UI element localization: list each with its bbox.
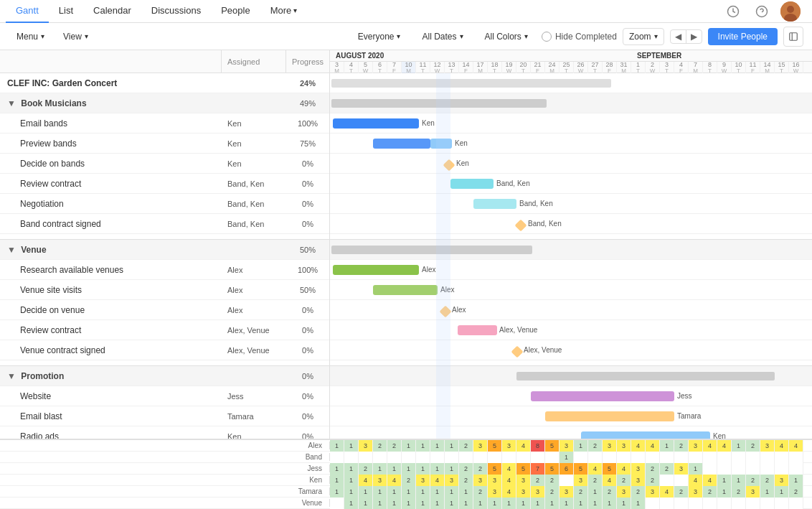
september-label: SEPTEMBER — [631, 50, 687, 61]
workload-cell: 2 — [617, 475, 631, 486]
bar-website — [531, 391, 674, 401]
workload-cell: 2 — [459, 475, 473, 486]
zoom-out-button[interactable]: ◀ — [671, 30, 686, 43]
everyone-button[interactable]: Everyone ▾ — [350, 28, 409, 45]
hide-completed-checkbox[interactable]: Hide Completed — [542, 32, 617, 42]
bar-label-review-contract-venue: Alex, Venue — [499, 326, 537, 334]
workload-cell: 3 — [531, 486, 545, 498]
gantt-inner: AUGUST 2020 SEPTEMBER 3M4T5W6T7F10M11T12… — [330, 50, 812, 492]
workload-cell: 2 — [459, 440, 473, 452]
gantt-task-row: Jess — [330, 386, 812, 406]
workload-cell: 1 — [660, 440, 674, 452]
workload-cell: 1 — [373, 463, 387, 475]
workload-cell: 1 — [387, 486, 402, 498]
nav-more[interactable]: More ▾ — [260, 0, 308, 23]
nav-calendar[interactable]: Calendar — [83, 0, 141, 23]
workload-cell — [703, 498, 717, 509]
group-progress-musicians: 49% — [286, 99, 329, 108]
all-colors-button[interactable]: All Colors ▾ — [477, 28, 536, 45]
workload-cell — [660, 475, 674, 486]
workload-cell: 4 — [789, 440, 803, 452]
zoom-in-button[interactable]: ▶ — [686, 30, 702, 43]
workload-cell: 3 — [560, 486, 574, 498]
workload-cell: 1 — [330, 440, 344, 452]
gantt-project-row — [330, 73, 812, 93]
nav-people[interactable]: People — [211, 0, 260, 23]
bar-label-venue-contract: Alex, Venue — [524, 346, 562, 354]
workload-cell: 3 — [488, 475, 502, 486]
bar-label-email-bands: Ken — [422, 119, 435, 127]
bar-email-blast — [545, 411, 674, 421]
workload-cell: 1 — [416, 486, 430, 498]
workload-cell — [760, 498, 775, 509]
workload-cell: 4 — [502, 475, 516, 486]
workload-cell: 2 — [402, 475, 416, 486]
workload-cell: 4 — [502, 486, 516, 498]
workload-cell: 1 — [588, 498, 603, 509]
bar-label-review-contract: Band, Ken — [496, 179, 530, 187]
workload-cell: 2 — [660, 463, 674, 475]
days-row: 3M4T5W6T7F10M11T12W13T14F17M18T19W20T21F… — [330, 62, 812, 73]
menu-chevron-icon: ▾ — [41, 32, 44, 40]
workload-cell: 1 — [603, 498, 617, 509]
workload-cell: 3 — [646, 486, 660, 498]
group-row-promotion[interactable]: ▼ Promotion 0% — [0, 366, 329, 386]
workload-cell: 4 — [588, 463, 603, 475]
workload-cell: 4 — [430, 475, 445, 486]
sidebar-toggle-button[interactable] — [783, 27, 803, 47]
workload-cell — [717, 463, 732, 475]
workload-cell — [717, 498, 732, 509]
group-name-promotion: ▼ Promotion — [0, 371, 222, 381]
workload-cell: 1 — [359, 486, 373, 498]
zoom-button[interactable]: Zoom ▾ — [623, 28, 664, 45]
workload-cell: 2 — [603, 486, 617, 498]
task-row: Review contract Alex, Venue 0% — [0, 320, 329, 340]
invite-people-button[interactable]: Invite People — [708, 28, 778, 45]
workload-cell: 1 — [445, 498, 459, 509]
workload-cell: 1 — [344, 440, 359, 452]
all-dates-button[interactable]: All Dates ▾ — [414, 28, 471, 45]
nav-list[interactable]: List — [49, 0, 83, 23]
workload-cell: 6 — [560, 463, 574, 475]
bar-label-venue-visits: Alex — [440, 286, 454, 294]
group-toggle-venue[interactable]: ▼ — [7, 245, 16, 255]
nav-gantt[interactable]: Gantt — [6, 0, 49, 23]
workload-cell — [789, 498, 803, 509]
gantt-column-header: Assigned Progress — [0, 50, 329, 73]
workload-cell: 5 — [545, 440, 560, 452]
date-header: AUGUST 2020 SEPTEMBER 3M4T5W6T7F10M11T12… — [330, 50, 812, 73]
workload-cell — [560, 475, 574, 486]
workload-cell: 1 — [344, 463, 359, 475]
svg-point-4 — [787, 6, 794, 13]
menu-button[interactable]: Menu ▾ — [9, 28, 52, 45]
clock-icon[interactable] — [723, 1, 743, 22]
workload-cell: 1 — [445, 486, 459, 498]
workload-cell: 8 — [531, 440, 545, 452]
workload-cell: 2 — [531, 475, 545, 486]
workload-cell: 2 — [359, 463, 373, 475]
workload-cell — [603, 452, 617, 463]
diamond-decide-venue — [440, 306, 452, 318]
nav-discussions[interactable]: Discussions — [141, 0, 211, 23]
workload-cell — [746, 463, 760, 475]
workload-cell — [732, 498, 746, 509]
workload-cell: 4 — [502, 463, 516, 475]
workload-cell: 1 — [344, 498, 359, 509]
workload-row: Band1 — [0, 452, 812, 463]
workload-cell: 1 — [416, 498, 430, 509]
group-row-musicians[interactable]: ▼ Book Musicians 49% — [0, 93, 329, 113]
project-row: CLEF INC: Garden Concert 24% — [0, 73, 329, 93]
workload-cell — [746, 498, 760, 509]
gantt-group-row — [330, 366, 812, 386]
view-button[interactable]: View ▾ — [55, 28, 96, 45]
group-toggle-musicians[interactable]: ▼ — [7, 98, 16, 108]
group-row-venue[interactable]: ▼ Venue 50% — [0, 240, 329, 260]
workload-cell: 1 — [717, 486, 732, 498]
user-avatar[interactable] — [780, 1, 801, 22]
view-chevron-icon: ▾ — [85, 32, 88, 40]
help-icon[interactable] — [752, 1, 772, 22]
workload-cell: 4 — [660, 486, 674, 498]
group-toggle-promotion[interactable]: ▼ — [7, 371, 16, 381]
workload-cell: 1 — [574, 498, 588, 509]
workload-cell — [588, 452, 603, 463]
